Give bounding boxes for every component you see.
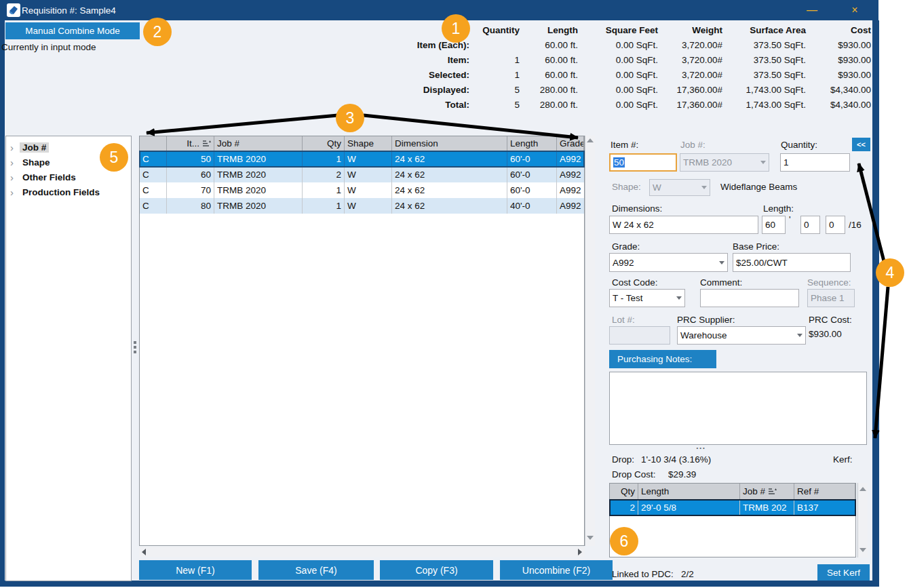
item-number-field[interactable]: 50: [609, 153, 677, 172]
linked-col-qty[interactable]: Qty: [610, 484, 638, 500]
linked-col-job[interactable]: Job #: [740, 484, 794, 500]
table-row[interactable]: C60TRMB 20202W24 x 6260'-0A992: [140, 167, 584, 182]
prc-supplier-label: PRC Supplier:: [677, 315, 735, 325]
chevron-right-icon[interactable]: ›: [10, 172, 20, 183]
grid-col-shape[interactable]: Shape: [345, 136, 392, 151]
app-icon: [7, 3, 20, 17]
callout-5: 5: [100, 143, 128, 172]
window-border-bottom: [0, 581, 879, 587]
chevron-right-icon[interactable]: ›: [10, 157, 20, 168]
cost-code-label: Cost Code:: [612, 277, 658, 288]
table-row[interactable]: C50TRMB 20201W24 x 6260'-0A992: [140, 151, 584, 167]
callout-3: 3: [336, 104, 364, 132]
length-feet-field[interactable]: 60: [762, 216, 786, 234]
lot-number-field[interactable]: [609, 326, 670, 345]
shape-label: Shape:: [612, 182, 641, 192]
dropdown-arrow-icon: [676, 296, 682, 300]
shape-select[interactable]: W: [649, 179, 710, 196]
summary-col-cost: Cost: [807, 22, 872, 37]
purchasing-notes-button[interactable]: Purchasing Notes:: [609, 350, 716, 368]
copy-button[interactable]: Copy (F3): [380, 560, 493, 580]
comment-label: Comment:: [700, 277, 742, 288]
grid-horizontal-scrollbar[interactable]: [139, 547, 585, 557]
scroll-down-icon[interactable]: [859, 548, 866, 552]
scroll-left-icon[interactable]: [142, 549, 146, 555]
kerf-label: Kerf:: [833, 454, 853, 465]
sequence-label: Sequence:: [807, 277, 851, 288]
base-price-field[interactable]: $25.00/CWT: [733, 253, 851, 272]
summary-row-item: Item: 160.00 ft.0.00 SqFt.3,720.00#373.5…: [374, 52, 872, 67]
linked-col-ref[interactable]: Ref #: [794, 484, 855, 500]
summary-col-squarefeet: Square Feet: [579, 22, 659, 37]
linked-col-length[interactable]: Length: [638, 484, 740, 500]
dimensions-label: Dimensions:: [612, 203, 662, 214]
scroll-up-icon[interactable]: [587, 138, 594, 142]
new-button[interactable]: New (F1): [139, 560, 252, 580]
grid-col-dimension[interactable]: Dimension: [392, 136, 507, 151]
comment-field[interactable]: [700, 289, 799, 307]
table-row[interactable]: C70TRMB 20201W24 x 6260'-0A992: [140, 182, 584, 198]
window-border-left: [0, 20, 5, 587]
manual-combine-mode-button[interactable]: Manual Combine Mode: [5, 22, 140, 39]
grade-select[interactable]: A992: [609, 253, 728, 272]
purchasing-notes-textarea[interactable]: [609, 372, 867, 445]
close-button[interactable]: ×: [843, 2, 867, 18]
shape-description: Wideflange Beams: [720, 182, 797, 192]
summary-col-quantity: Quantity: [471, 22, 521, 37]
chevron-right-icon[interactable]: ›: [10, 187, 20, 198]
linked-pdc-value: 2/2: [681, 569, 694, 579]
scroll-up-icon[interactable]: [859, 487, 866, 491]
dropdown-arrow-icon: [719, 261, 724, 264]
minimize-button[interactable]: —: [800, 2, 824, 18]
prc-supplier-select[interactable]: Warehouse: [677, 326, 806, 345]
uncombine-button[interactable]: Uncombine (F2): [500, 560, 613, 580]
grade-label: Grade:: [612, 241, 640, 252]
length-label: Length:: [763, 203, 794, 214]
splitter-handle[interactable]: [134, 341, 136, 353]
lot-number-label: Lot #:: [612, 315, 635, 325]
drop-cost-value: $29.39: [668, 469, 696, 479]
window-border-right: [872, 20, 879, 587]
grid-col-job[interactable]: Job #: [214, 136, 303, 151]
sequence-field[interactable]: Phase 1: [807, 289, 855, 307]
table-row[interactable]: C80TRMB 20201W24 x 6240'-0A992: [140, 198, 584, 214]
summary-row-total: Total: 5280.00 ft.0.00 SqFt.17,360.00#1,…: [374, 97, 872, 112]
dropdown-arrow-icon: [760, 161, 766, 164]
table-row[interactable]: 2 29'-0 5/8 TRMB 202 B137: [610, 500, 855, 515]
job-number-select[interactable]: TRMB 2020: [680, 153, 769, 172]
grid-col-qty[interactable]: Qty: [303, 136, 345, 151]
cost-code-select[interactable]: T - Test: [609, 289, 685, 307]
dropdown-arrow-icon: [797, 334, 802, 337]
chevron-right-icon[interactable]: ›: [10, 142, 20, 153]
job-number-label: Job #:: [680, 140, 705, 150]
length-sixteenths-field[interactable]: 0: [826, 216, 845, 234]
linked-grid: Qty Length Job # Ref # 2 29'-0 5/8 TRMB …: [609, 483, 856, 557]
grid-vertical-scrollbar[interactable]: [585, 136, 595, 546]
collapse-panel-button[interactable]: <<: [852, 138, 870, 151]
grid-col-indicator[interactable]: [140, 136, 167, 151]
window-title: Requisition #: Sample4: [22, 5, 116, 16]
length-inches-field[interactable]: 0: [800, 216, 820, 234]
scroll-right-icon[interactable]: [578, 549, 582, 555]
grid-col-grade[interactable]: Grade: [557, 136, 584, 151]
save-button[interactable]: Save (F4): [258, 560, 374, 580]
summary-col-weight: Weight: [659, 22, 724, 37]
prc-cost-label: PRC Cost:: [809, 315, 852, 325]
grid-col-length[interactable]: Length: [507, 136, 557, 151]
sort-ascending-icon: [769, 488, 777, 495]
prc-cost-value: $930.00: [809, 329, 842, 339]
dimensions-field[interactable]: W 24 x 62: [609, 216, 758, 234]
tree-item-other-fields[interactable]: › Other Fields: [6, 170, 131, 184]
scroll-down-icon[interactable]: [587, 536, 594, 540]
linked-grid-scrollbar[interactable]: [857, 483, 868, 557]
quantity-field[interactable]: 1: [780, 153, 850, 172]
drop-label: Drop:: [612, 454, 634, 465]
tree-item-production-fields[interactable]: › Production Fields: [6, 184, 131, 199]
drop-value: 1'-10 3/4 (3.16%): [641, 454, 711, 465]
feet-mark: ': [789, 214, 791, 224]
resize-handle[interactable]: ...: [696, 441, 705, 451]
summary-col-length: Length: [521, 22, 579, 37]
linked-pdc-label: Linked to PDC:: [612, 569, 674, 579]
grid-col-item[interactable]: It...: [167, 136, 214, 151]
set-kerf-button[interactable]: Set Kerf: [817, 564, 870, 581]
